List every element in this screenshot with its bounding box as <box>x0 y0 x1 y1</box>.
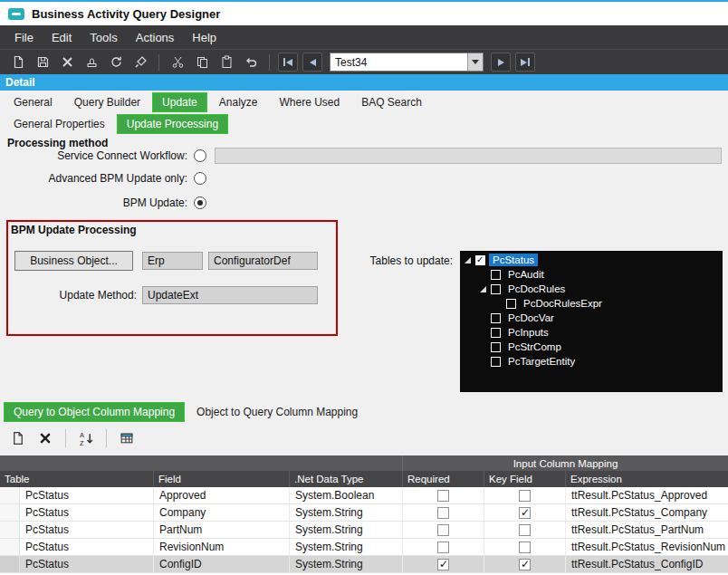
cell-field[interactable]: ConfigID <box>154 556 290 572</box>
cell-expression[interactable]: ttResult.PcStatus_Approved <box>566 487 728 503</box>
cell-net-data-type[interactable]: System.String <box>290 556 403 572</box>
tree-item-pcinputs[interactable]: PcInputs <box>460 325 723 340</box>
delete-icon[interactable] <box>56 52 78 73</box>
tree-item-label[interactable]: PcStrComp <box>504 340 565 353</box>
tree-item-label[interactable]: PcDocVar <box>504 311 558 324</box>
sort-az-icon[interactable]: AZ <box>75 427 97 449</box>
new-row-icon[interactable] <box>7 427 29 449</box>
checkbox[interactable] <box>491 284 501 294</box>
row-selector[interactable] <box>0 556 20 572</box>
checkbox[interactable] <box>519 524 531 536</box>
service-connect-radio[interactable] <box>194 149 206 162</box>
row-selector[interactable] <box>0 504 20 521</box>
cell-table[interactable]: PcStatus <box>20 539 154 555</box>
tree-item-pcaudit[interactable]: PcAudit <box>460 267 723 282</box>
business-object-button[interactable]: Business Object... <box>14 251 133 271</box>
nav-prev-button[interactable] <box>302 53 322 72</box>
tab-object-to-query-column-mapping[interactable]: Object to Query Column Mapping <box>187 402 368 422</box>
checkbox[interactable] <box>506 299 516 309</box>
expander-icon[interactable] <box>480 286 486 292</box>
checkbox[interactable] <box>475 255 485 265</box>
checkbox[interactable] <box>437 559 449 570</box>
checkbox[interactable] <box>491 357 501 367</box>
tree-item-pcdocrules[interactable]: PcDocRules <box>460 282 723 296</box>
row-selector[interactable] <box>0 522 20 538</box>
tab-update-processing[interactable]: Update Processing <box>117 114 228 134</box>
nav-last-button[interactable] <box>515 53 535 72</box>
cell-expression[interactable]: ttResult.PcStatus_PartNum <box>566 522 728 538</box>
cell-table[interactable]: PcStatus <box>20 556 154 572</box>
grid-settings-icon[interactable] <box>116 427 138 449</box>
tree-item-pcstrcomp[interactable]: PcStrComp <box>460 340 723 354</box>
checkbox[interactable] <box>437 490 449 502</box>
menu-tools[interactable]: Tools <box>81 27 126 48</box>
tree-item-label[interactable]: PcInputs <box>504 326 552 339</box>
bpm-update-radio[interactable] <box>194 196 206 209</box>
menu-file[interactable]: File <box>5 27 43 48</box>
cell-expression[interactable]: ttResult.PcStatus_Company <box>566 504 728 521</box>
checkbox[interactable] <box>491 270 501 280</box>
table-row[interactable]: PcStatus Company System.String ttResult.… <box>0 504 728 522</box>
tree-item-label[interactable]: PcStatus <box>489 254 538 266</box>
tree-item-label[interactable]: PcDocRulesExpr <box>520 297 606 310</box>
cell-field[interactable]: Approved <box>154 487 290 503</box>
tree-item-pcstatus[interactable]: PcStatus <box>460 253 723 267</box>
new-icon[interactable] <box>7 52 29 73</box>
column-header-expression[interactable]: Expression <box>566 471 728 487</box>
menu-help[interactable]: Help <box>183 27 225 48</box>
tree-item-pcdocrulesexpr[interactable]: PcDocRulesExpr <box>460 296 723 311</box>
cell-table[interactable]: PcStatus <box>20 522 154 538</box>
column-header-field[interactable]: Field <box>154 471 290 487</box>
column-header-table[interactable]: Table <box>0 471 154 487</box>
cell-net-data-type[interactable]: System.Boolean <box>290 487 403 503</box>
tree-item-label[interactable]: PcDocRules <box>504 283 569 295</box>
tab-general-properties[interactable]: General Properties <box>4 114 115 134</box>
cell-table[interactable]: PcStatus <box>20 504 154 521</box>
cell-net-data-type[interactable]: System.String <box>290 504 403 521</box>
tree-item-label[interactable]: PcAudit <box>504 268 548 281</box>
undo-icon[interactable] <box>240 52 262 73</box>
nav-next-button[interactable] <box>491 53 511 72</box>
checkbox[interactable] <box>519 559 531 570</box>
expander-icon[interactable] <box>465 257 471 264</box>
tab-query-to-object-column-mapping[interactable]: Query to Object Column Mapping <box>4 402 185 422</box>
tree-item-label[interactable]: PcTargetEntity <box>504 355 579 368</box>
cell-field[interactable]: Company <box>154 504 290 521</box>
nav-first-button[interactable] <box>278 53 298 72</box>
row-selector[interactable] <box>0 487 20 503</box>
checkbox[interactable] <box>519 507 531 519</box>
refresh-icon[interactable] <box>105 52 127 73</box>
cell-expression[interactable]: ttResult.PcStatus_RevisionNum <box>566 539 728 555</box>
advanced-bpm-radio[interactable] <box>194 172 206 185</box>
paste-icon[interactable] <box>216 52 237 73</box>
delete-row-icon[interactable] <box>34 427 56 449</box>
menu-actions[interactable]: Actions <box>127 27 184 48</box>
checkbox[interactable] <box>437 507 449 519</box>
combo-dropdown-icon[interactable] <box>467 53 483 71</box>
tab-analyze[interactable]: Analyze <box>209 92 268 112</box>
clear-icon[interactable] <box>129 52 151 73</box>
table-row[interactable]: PcStatus ConfigID System.String ttResult… <box>0 556 728 573</box>
row-selector[interactable] <box>0 539 20 555</box>
column-header-key-field[interactable]: Key Field <box>484 471 566 487</box>
checkbox[interactable] <box>519 490 531 502</box>
cell-expression[interactable]: ttResult.PcStatus_ConfigID <box>566 556 728 572</box>
tab-baq-search[interactable]: BAQ Search <box>351 92 432 112</box>
copy-icon[interactable] <box>191 52 213 73</box>
stamp-icon[interactable] <box>81 52 102 73</box>
checkbox[interactable] <box>491 328 501 338</box>
tab-where-used[interactable]: Where Used <box>269 92 350 112</box>
tree-item-pcdocvar[interactable]: PcDocVar <box>460 311 723 325</box>
cell-net-data-type[interactable]: System.String <box>290 522 403 538</box>
table-row[interactable]: PcStatus RevisionNum System.String ttRes… <box>0 539 728 556</box>
checkbox[interactable] <box>437 541 449 553</box>
cell-table[interactable]: PcStatus <box>20 487 154 503</box>
cut-icon[interactable] <box>167 52 188 73</box>
tab-general[interactable]: General <box>4 92 62 112</box>
table-row[interactable]: PcStatus PartNum System.String ttResult.… <box>0 522 728 539</box>
cell-net-data-type[interactable]: System.String <box>290 539 403 555</box>
checkbox[interactable] <box>491 313 501 323</box>
checkbox[interactable] <box>491 342 501 352</box>
save-icon[interactable] <box>32 52 53 73</box>
menu-edit[interactable]: Edit <box>43 27 81 48</box>
